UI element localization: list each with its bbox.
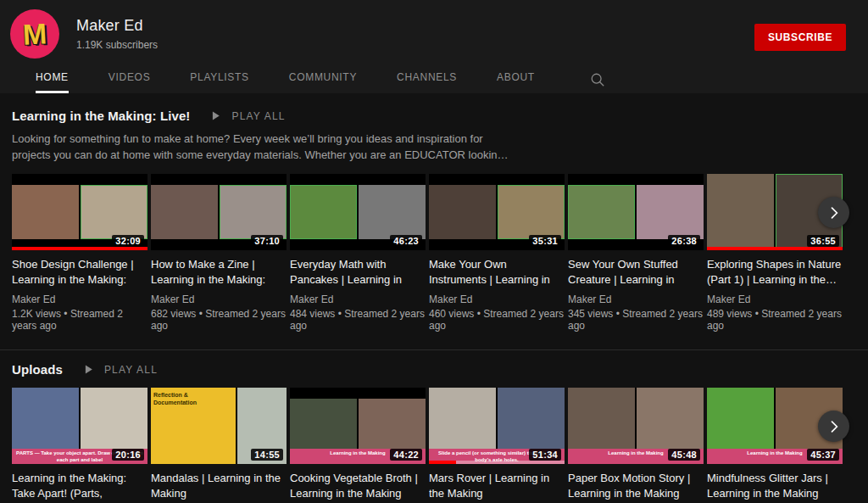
video-thumbnail[interactable]: PARTS — Take your object apart. Draw or … <box>12 388 147 464</box>
next-arrow-button[interactable] <box>818 411 849 442</box>
play-all-button[interactable]: PLAY ALL <box>83 364 158 376</box>
video-card[interactable]: 32:09Shoe Design Challenge | Learning in… <box>12 174 147 332</box>
video-card[interactable]: 35:31Make Your Own Instruments | Learnin… <box>429 174 565 332</box>
video-row: 32:09Shoe Design Challenge | Learning in… <box>12 174 856 332</box>
video-duration-badge: 26:38 <box>668 235 700 247</box>
video-duration-badge: 51:34 <box>529 449 561 461</box>
video-title[interactable]: Sew Your Own Stuffed Creature | Learning… <box>568 257 704 288</box>
video-thumbnail[interactable]: 26:38 <box>568 174 704 250</box>
thumbnail-panel <box>220 185 287 239</box>
thumbnail-panel <box>637 185 704 239</box>
video-meta: 345 views • Streamed 2 years ago <box>568 308 704 332</box>
thumbnail-panel <box>290 185 357 239</box>
thumbnail-panel: Reflection & Documentation <box>151 388 236 464</box>
video-duration-badge: 44:22 <box>390 449 422 461</box>
video-thumbnail[interactable]: Reflection & Documentation14:55 <box>151 388 287 464</box>
video-channel-name[interactable]: Maker Ed <box>290 293 426 305</box>
channel-avatar[interactable]: M <box>10 9 59 59</box>
subscriber-count: 1.19K subscribers <box>76 39 158 51</box>
video-title[interactable]: Mindfulness Glitter Jars | Learning in t… <box>707 471 843 501</box>
video-title[interactable]: Exploring Shapes in Nature (Part 1) | Le… <box>707 257 843 288</box>
shelf-learning-live: Learning in the Making: Live! PLAY ALL L… <box>12 109 856 332</box>
video-duration-badge: 14:55 <box>251 449 283 461</box>
video-title[interactable]: Shoe Design Challenge | Learning in the … <box>12 257 147 288</box>
video-meta: 1.2K views • Streamed 2 years ago <box>12 308 147 332</box>
video-title[interactable]: Cooking Vegetable Broth | Learning in th… <box>290 471 426 501</box>
description-line: projects you can do at home with some ev… <box>12 147 856 163</box>
video-thumbnail[interactable]: Learning in the Making45:48 <box>568 388 704 464</box>
video-title[interactable]: Paper Box Motion Story | Learning in the… <box>568 471 704 501</box>
video-card[interactable]: PARTS — Take your object apart. Draw or … <box>12 388 147 503</box>
thumbnail-panel <box>12 185 79 239</box>
video-row: PARTS — Take your object apart. Draw or … <box>12 388 856 503</box>
section-title: Uploads <box>12 362 63 377</box>
video-card[interactable]: 36:55Exploring Shapes in Nature (Part 1)… <box>707 174 843 332</box>
video-thumbnail[interactable]: Slide a pencil (or something similar) th… <box>429 388 565 464</box>
video-title[interactable]: Mandalas | Learning in the Making <box>151 471 287 501</box>
video-title[interactable]: Make Your Own Instruments | Learning in … <box>429 257 565 288</box>
thumbnail-panel <box>429 185 496 239</box>
thumbnail-panel <box>359 185 426 239</box>
video-channel-name[interactable]: Maker Ed <box>707 293 843 305</box>
video-thumbnail[interactable]: 46:23 <box>290 174 426 250</box>
video-meta: 460 views • Streamed 2 years ago <box>429 308 565 332</box>
video-duration-badge: 20:16 <box>112 449 144 461</box>
video-title[interactable]: Mars Rover | Learning in the Making <box>429 471 565 501</box>
video-meta: 484 views • Streamed 2 years ago <box>290 308 426 332</box>
section-description: Looking for something fun to make at hom… <box>12 131 856 163</box>
video-title[interactable]: Learning in the Making: Take Apart! (Par… <box>12 471 147 501</box>
video-thumbnail[interactable]: 37:10 <box>151 174 287 250</box>
tab-playlists[interactable]: PLAYLISTS <box>190 71 248 93</box>
play-all-label: PLAY ALL <box>231 110 285 122</box>
thumbnail-panel <box>81 185 147 239</box>
video-duration-badge: 32:09 <box>112 235 144 247</box>
video-card[interactable]: 37:10How to Make a Zine | Learning in th… <box>151 174 287 332</box>
tab-about[interactable]: ABOUT <box>497 71 535 93</box>
video-duration-badge: 45:48 <box>668 449 700 461</box>
channel-home-content: Learning in the Making: Live! PLAY ALL L… <box>0 93 868 503</box>
avatar-letter: M <box>22 17 47 51</box>
shelf-uploads: Uploads PLAY ALL PARTS — Take your objec… <box>12 362 856 503</box>
video-meta: 489 views • Streamed 2 years ago <box>707 308 843 332</box>
video-thumbnail[interactable]: 35:31 <box>429 174 565 250</box>
video-card[interactable]: Learning in the Making45:48Paper Box Mot… <box>568 388 704 503</box>
video-thumbnail[interactable]: Learning in the Making44:22 <box>290 388 426 464</box>
video-card[interactable]: Learning in the Making44:22Cooking Veget… <box>290 388 426 503</box>
video-channel-name[interactable]: Maker Ed <box>429 293 565 305</box>
play-icon <box>210 110 221 121</box>
search-button[interactable] <box>590 72 605 93</box>
video-card[interactable]: Reflection & Documentation14:55Mandalas … <box>151 388 287 503</box>
tab-home[interactable]: HOME <box>36 71 69 93</box>
thumbnail-panel <box>568 185 635 239</box>
video-card[interactable]: Learning in the Making45:37Mindfulness G… <box>707 388 843 503</box>
thumbnail-panel <box>151 185 218 239</box>
video-channel-name[interactable]: Maker Ed <box>12 293 147 305</box>
subscribe-button[interactable]: SUBSCRIBE <box>754 24 846 51</box>
play-all-button[interactable]: PLAY ALL <box>210 110 285 122</box>
progress-bar <box>707 247 843 250</box>
video-duration-badge: 35:31 <box>529 235 561 247</box>
tab-videos[interactable]: VIDEOS <box>108 71 151 93</box>
chevron-right-icon <box>826 204 843 221</box>
video-duration-badge: 45:37 <box>807 449 839 461</box>
next-arrow-button[interactable] <box>818 197 849 228</box>
video-card[interactable]: 46:23Everyday Math with Pancakes | Learn… <box>290 174 426 332</box>
video-channel-name[interactable]: Maker Ed <box>568 293 704 305</box>
chevron-right-icon <box>826 418 843 435</box>
video-title[interactable]: Everyday Math with Pancakes | Learning i… <box>290 257 426 288</box>
tab-channels[interactable]: CHANNELS <box>397 71 457 93</box>
tab-community[interactable]: COMMUNITY <box>289 71 357 93</box>
video-title[interactable]: How to Make a Zine | Learning in the Mak… <box>151 257 287 288</box>
progress-bar <box>12 247 147 250</box>
play-all-label: PLAY ALL <box>104 364 158 376</box>
channel-header: M Maker Ed 1.19K subscribers SUBSCRIBE H… <box>0 0 868 93</box>
video-duration-badge: 37:10 <box>251 235 283 247</box>
section-title: Learning in the Making: Live! <box>12 109 190 123</box>
video-thumbnail[interactable]: 32:09 <box>12 174 147 250</box>
description-line: Looking for something fun to make at hom… <box>12 131 856 147</box>
progress-bar <box>429 461 565 464</box>
channel-name: Maker Ed <box>76 17 158 35</box>
video-card[interactable]: Slide a pencil (or something similar) th… <box>429 388 565 503</box>
video-card[interactable]: 26:38Sew Your Own Stuffed Creature | Lea… <box>568 174 704 332</box>
video-channel-name[interactable]: Maker Ed <box>151 293 287 305</box>
